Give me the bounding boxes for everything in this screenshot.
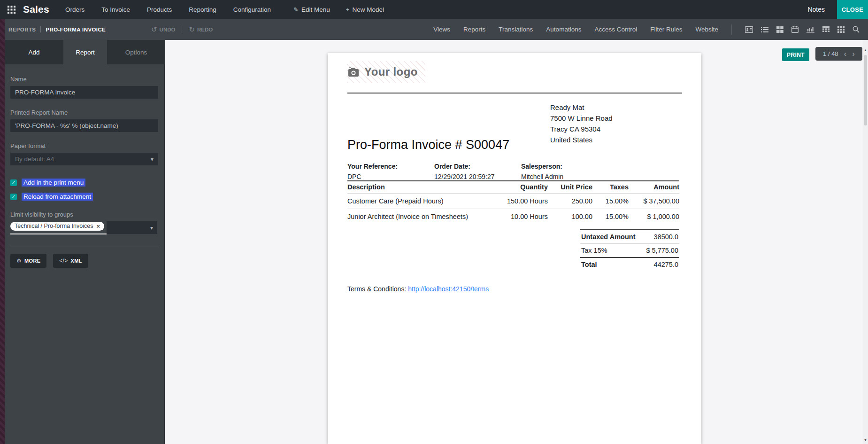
grid-view-icon[interactable] <box>837 26 845 33</box>
tab-filter-rules[interactable]: Filter Rules <box>650 26 682 33</box>
group-tag-label: Technical / Pro-forma Invoices <box>15 223 93 229</box>
cell-taxes: 15.00% <box>592 194 629 209</box>
reference-label: Your Reference: <box>347 161 434 171</box>
undo-redo-group: ↺UNDO ↻REDO <box>151 19 213 40</box>
remove-tag-icon[interactable]: × <box>96 223 100 229</box>
logo-placeholder[interactable]: Your logo <box>347 61 425 83</box>
contact-card-icon[interactable] <box>745 26 753 33</box>
notes-button[interactable]: Notes <box>807 6 825 13</box>
close-studio-button[interactable]: CLOSE <box>837 0 868 19</box>
tab-add[interactable]: Add <box>5 40 63 64</box>
company-address: Ready Mat 7500 W Linne Road Tracy CA 953… <box>550 102 613 145</box>
table-header-row: Description Quantity Unit Price Taxes Am… <box>347 181 679 194</box>
cell-description: Junior Architect (Invoice on Timesheets) <box>347 209 489 225</box>
tab-options[interactable]: Options <box>107 40 165 64</box>
tab-views[interactable]: Views <box>433 26 450 33</box>
redo-icon: ↻ <box>189 25 195 34</box>
totals-table: Untaxed Amount 38500.0 Tax 15% $ 5,775.0… <box>580 229 679 271</box>
search-icon[interactable] <box>853 26 860 33</box>
new-model-button[interactable]: +New Model <box>346 6 384 13</box>
menu-to-invoice[interactable]: To Invoice <box>101 6 130 13</box>
untaxed-amount-row: Untaxed Amount 38500.0 <box>580 229 679 244</box>
tax-value: $ 5,775.00 <box>646 247 678 254</box>
reference-block: Your Reference: DPC <box>347 161 434 182</box>
sidebar-tabs: Add Report Options <box>5 40 164 64</box>
terms-link[interactable]: http://localhost:42150/terms <box>408 285 489 293</box>
apps-grid-icon[interactable] <box>8 6 15 14</box>
undo-button[interactable]: ↺UNDO <box>151 25 175 34</box>
calendar-view-icon[interactable] <box>791 26 799 33</box>
menu-reporting[interactable]: Reporting <box>189 6 216 13</box>
tab-automations[interactable]: Automations <box>546 26 581 33</box>
checkbox-checked-icon[interactable]: ✓ <box>10 194 17 200</box>
reload-from-attachment-checkbox-row[interactable]: ✓ Reload from attachment <box>10 193 157 201</box>
main-menu: Orders To Invoice Products Reporting Con… <box>65 6 271 13</box>
address-line: Ready Mat <box>550 102 613 113</box>
group-tag[interactable]: Technical / Pro-forma Invoices × <box>10 222 104 231</box>
vertical-scrollbar[interactable]: ▲ ▼ <box>863 40 868 444</box>
paper-format-select[interactable]: By default: A4 ▾ <box>10 153 158 165</box>
groups-dropdown[interactable]: ▾ <box>107 221 157 234</box>
terms-label: Terms & Conditions: <box>347 285 406 293</box>
terms-line: Terms & Conditions: http://localhost:421… <box>347 285 489 293</box>
menu-products[interactable]: Products <box>147 6 172 13</box>
cell-taxes: 15.00% <box>592 209 629 225</box>
cell-amount: $ 1,000.00 <box>629 209 679 225</box>
add-in-print-menu-checkbox-row[interactable]: ✓ Add in the print menu <box>10 179 157 187</box>
cell-amount: $ 37,500.00 <box>629 194 679 209</box>
topnav-right: Notes CLOSE <box>807 0 868 19</box>
address-line: 7500 W Linne Road <box>550 113 613 124</box>
cell-unit-price: 100.00 <box>548 209 592 225</box>
groups-field: Technical / Pro-forma Invoices × ▾ <box>10 221 157 234</box>
groups-tags-input[interactable]: Technical / Pro-forma Invoices × <box>10 221 107 234</box>
print-button[interactable]: PRINT <box>782 48 809 61</box>
tab-report[interactable]: Report <box>63 40 107 64</box>
pager-value: 1 / 48 <box>823 50 838 57</box>
view-switcher <box>745 26 860 33</box>
printed-report-name-field[interactable] <box>10 119 158 132</box>
bar-chart-view-icon[interactable] <box>807 26 814 33</box>
tab-translations[interactable]: Translations <box>499 26 533 33</box>
pivot-view-icon[interactable] <box>822 26 830 33</box>
edit-menu-button[interactable]: ✎Edit Menu <box>293 6 330 13</box>
list-view-icon[interactable] <box>761 26 768 33</box>
breadcrumb: REPORTS PRO-FORMA INVOICE <box>8 26 106 32</box>
paper-format-label: Paper format <box>10 142 157 149</box>
undo-redo-divider <box>182 26 182 33</box>
more-button[interactable]: ⚙ MORE <box>10 254 46 268</box>
header-divider <box>347 93 682 93</box>
address-line: United States <box>550 134 613 145</box>
col-taxes: Taxes <box>592 181 629 194</box>
invoice-page: Your logo Ready Mat 7500 W Linne Road Tr… <box>328 53 701 444</box>
previous-page-icon[interactable]: ‹ <box>844 50 847 58</box>
tab-access-control[interactable]: Access Control <box>594 26 637 33</box>
scroll-up-icon[interactable]: ▲ <box>863 47 868 53</box>
untaxed-amount-value: 38500.0 <box>654 233 678 241</box>
name-field[interactable] <box>10 86 158 99</box>
app-name[interactable]: Sales <box>23 4 49 15</box>
kanban-view-icon[interactable] <box>776 26 784 33</box>
toolbar-right: Views Reports Translations Automations A… <box>433 24 868 35</box>
add-in-print-menu-label: Add in the print menu <box>22 179 85 187</box>
breadcrumb-reports[interactable]: REPORTS <box>8 27 36 32</box>
table-row: Junior Architect (Invoice on Timesheets)… <box>347 209 679 225</box>
next-page-icon[interactable]: › <box>852 50 855 58</box>
salesperson-block: Salesperson: Mitchell Admin <box>521 161 608 182</box>
menu-orders[interactable]: Orders <box>65 6 84 13</box>
menu-configuration[interactable]: Configuration <box>233 6 271 13</box>
name-label: Name <box>10 76 157 83</box>
order-date-block: Order Date: 12/29/2021 20:59:27 <box>434 161 521 182</box>
xml-button[interactable]: </> XML <box>53 254 88 268</box>
redo-button[interactable]: ↻REDO <box>189 25 213 34</box>
page-pager: 1 / 48 ‹ › <box>815 47 862 61</box>
untaxed-amount-label: Untaxed Amount <box>581 233 635 241</box>
top-navbar: Sales Orders To Invoice Products Reporti… <box>0 0 868 19</box>
tab-reports[interactable]: Reports <box>463 26 485 33</box>
studio-actions: ✎Edit Menu +New Model <box>293 6 384 13</box>
tab-website[interactable]: Website <box>695 26 718 33</box>
cell-quantity: 150.00 Hours <box>489 194 548 209</box>
scrollbar-thumb[interactable] <box>864 55 867 125</box>
scroll-down-icon[interactable]: ▼ <box>863 436 868 443</box>
checkbox-checked-icon[interactable]: ✓ <box>10 179 17 186</box>
total-value: 44275.0 <box>654 261 678 268</box>
